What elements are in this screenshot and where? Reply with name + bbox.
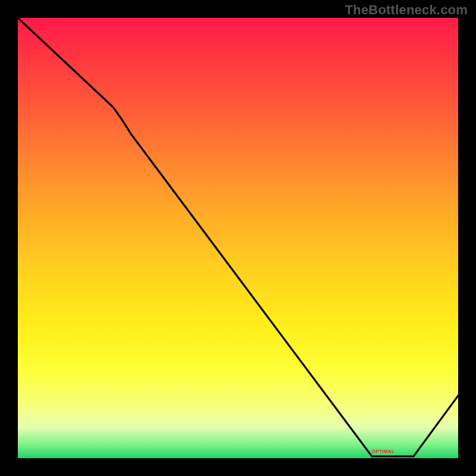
bottleneck-curve-path [18, 18, 458, 456]
watermark-text: TheBottleneck.com [345, 2, 468, 18]
optimal-label: OPTIMAL [372, 449, 394, 454]
chart-container: TheBottleneck.com OPTIMAL [0, 0, 476, 476]
curve-svg [18, 18, 458, 458]
plot-area: OPTIMAL [18, 18, 458, 458]
